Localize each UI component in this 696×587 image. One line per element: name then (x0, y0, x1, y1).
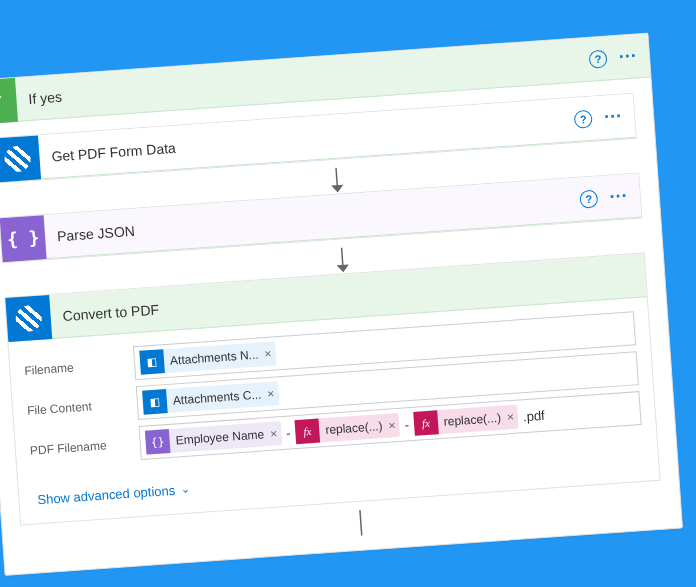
more-icon[interactable]: ··· (603, 106, 622, 128)
connector-icon (0, 135, 41, 182)
literal-separator: - (402, 417, 411, 433)
svg-line-1 (342, 247, 343, 267)
json-icon: {} (145, 429, 171, 455)
help-icon[interactable]: ? (574, 109, 593, 128)
remove-token-icon[interactable]: × (267, 387, 275, 401)
field-label: File Content (27, 396, 138, 418)
more-icon[interactable]: ··· (609, 185, 628, 207)
json-icon: { } (0, 215, 47, 262)
token-attachments-name[interactable]: ◧ Attachments N... × (139, 341, 276, 374)
field-label: Filename (24, 356, 135, 378)
literal-separator: - (284, 425, 293, 441)
token-expression-replace[interactable]: fx replace(...) × (295, 413, 401, 444)
remove-token-icon[interactable]: × (507, 410, 515, 424)
svg-line-0 (336, 168, 337, 188)
fx-icon: fx (413, 410, 439, 436)
token-attachments-content[interactable]: ◧ Attachments C... × (142, 381, 279, 414)
help-icon[interactable]: ? (579, 189, 598, 208)
token-expression-replace[interactable]: fx replace(...) × (413, 405, 519, 436)
literal-extension: .pdf (520, 407, 547, 424)
svg-line-2 (360, 510, 362, 536)
show-advanced-options-link[interactable]: Show advanced options ⌄ (37, 482, 191, 508)
help-icon[interactable]: ? (588, 49, 607, 68)
chevron-down-icon: ⌄ (181, 483, 191, 497)
remove-token-icon[interactable]: × (388, 418, 396, 432)
remove-token-icon[interactable]: × (264, 347, 272, 361)
action-convert-to-pdf[interactable]: Convert to PDF Filename ◧ Attachments N.… (4, 252, 660, 525)
field-label: PDF Filename (30, 436, 141, 458)
condition-branch-if-yes[interactable]: If yes ? ··· Get PDF Form Data ? ··· (0, 33, 683, 576)
fx-icon: fx (295, 419, 321, 445)
more-icon[interactable]: ··· (618, 45, 637, 67)
remove-token-icon[interactable]: × (270, 426, 278, 440)
checkmark-icon (0, 77, 18, 124)
connector-icon (5, 295, 52, 342)
outlook-icon: ◧ (142, 389, 168, 415)
token-employee-name[interactable]: {} Employee Name × (145, 421, 282, 454)
outlook-icon: ◧ (139, 349, 165, 375)
